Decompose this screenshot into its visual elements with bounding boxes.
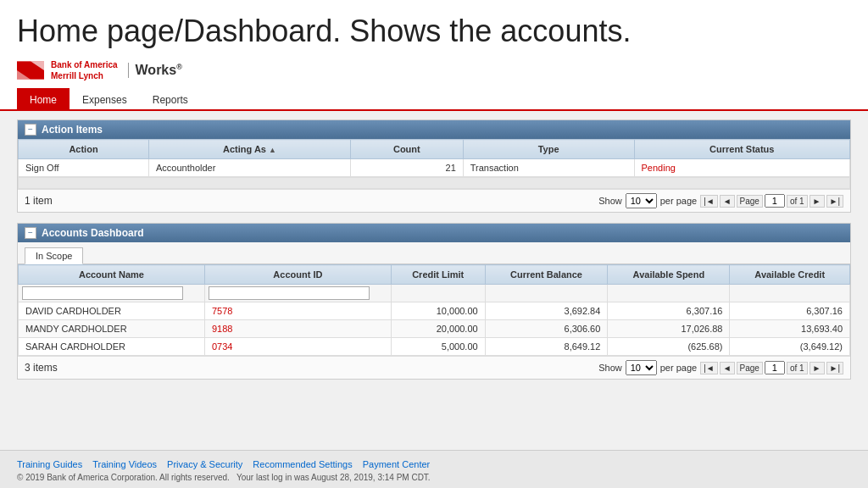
account-id-link-2[interactable]: 9188 bbox=[212, 324, 232, 334]
footer-link-payment[interactable]: Payment Center bbox=[363, 459, 430, 469]
pagination-buttons: |◄ ◄ Page of 1 ► ►| bbox=[700, 194, 843, 208]
cell-acting-as: Accountholder bbox=[149, 159, 351, 177]
filter-spend bbox=[608, 285, 730, 302]
col-current-balance: Current Balance bbox=[485, 265, 608, 285]
filter-id-input[interactable] bbox=[209, 286, 370, 300]
page-title: Home page/Dashboard. Shows the accounts. bbox=[0, 0, 868, 56]
accounts-dashboard-body: In Scope Account Name Account ID Credit … bbox=[18, 242, 850, 379]
accounts-collapse-btn[interactable]: − bbox=[25, 227, 36, 239]
cell-balance-2: 6,306.60 bbox=[485, 320, 608, 338]
cell-avail-credit-3: (3,649.12) bbox=[730, 338, 850, 356]
last-page-btn[interactable]: ►| bbox=[826, 195, 844, 208]
col-account-name: Account Name bbox=[19, 265, 205, 285]
next-page-btn[interactable]: ► bbox=[810, 195, 825, 208]
accounts-page-controls: Show 10 25 50 per page |◄ ◄ Page of 1 ► bbox=[598, 360, 843, 375]
cell-account-name-2: MANDY CARDHOLDER bbox=[19, 320, 205, 338]
action-items-panel: − Action Items Action Acting As ▲ Count … bbox=[17, 119, 851, 213]
col-account-id: Account ID bbox=[204, 265, 391, 285]
col-available-credit: Available Credit bbox=[730, 265, 850, 285]
cell-balance-3: 8,649.12 bbox=[485, 338, 608, 356]
cell-balance-1: 3,692.84 bbox=[485, 302, 608, 320]
cell-spend-3: (625.68) bbox=[608, 338, 730, 356]
accounts-pagination: 3 items Show 10 25 50 per page |◄ ◄ Page bbox=[18, 356, 850, 379]
cell-status: Pending bbox=[634, 159, 849, 177]
account-id-link-1[interactable]: 7578 bbox=[212, 306, 232, 316]
accounts-dashboard-title: Accounts Dashboard bbox=[42, 227, 144, 239]
cell-credit-limit-1: 10,000.00 bbox=[391, 302, 485, 320]
account-id-link-3[interactable]: 0734 bbox=[212, 341, 232, 352]
show-label-acct: Show bbox=[598, 363, 622, 373]
per-page-label: per page bbox=[660, 196, 697, 206]
cell-type: Transaction bbox=[463, 159, 634, 177]
bofa-text: Bank of America Merrill Lynch bbox=[51, 59, 118, 81]
action-items-header: − Action Items bbox=[18, 120, 850, 139]
filter-balance bbox=[485, 285, 608, 302]
page-input[interactable] bbox=[765, 194, 785, 208]
bofa-logo-icon bbox=[17, 61, 44, 80]
sort-arrow-icon: ▲ bbox=[269, 146, 276, 154]
col-available-spend: Available Spend bbox=[608, 265, 730, 285]
table-row: SARAH CARDHOLDER 0734 5,000.00 8,649.12 … bbox=[19, 338, 850, 356]
nav-bar: Home Expenses Reports bbox=[0, 88, 868, 111]
filter-avail-credit bbox=[730, 285, 850, 302]
pending-status-link[interactable]: Pending bbox=[642, 163, 676, 173]
cell-account-name-1: DAVID CARDHOLDER bbox=[19, 302, 205, 320]
action-items-title: Action Items bbox=[42, 124, 103, 136]
footer: Training Guides Training Videos Privacy … bbox=[0, 450, 868, 488]
accounts-dashboard-header: − Accounts Dashboard bbox=[18, 224, 850, 242]
footer-link-privacy[interactable]: Privacy & Security bbox=[167, 459, 242, 469]
prev-page-btn[interactable]: ◄ bbox=[720, 195, 735, 208]
per-page-select-acct[interactable]: 10 25 50 bbox=[626, 360, 657, 375]
footer-links: Training Guides Training Videos Privacy … bbox=[17, 459, 851, 469]
table-row: MANDY CARDHOLDER 9188 20,000.00 6,306.60… bbox=[19, 320, 850, 338]
cell-avail-credit-2: 13,693.40 bbox=[730, 320, 850, 338]
footer-copyright: © 2019 Bank of America Corporation. All … bbox=[17, 473, 851, 482]
nav-home[interactable]: Home bbox=[17, 88, 70, 111]
acct-first-page-btn[interactable]: |◄ bbox=[700, 362, 718, 374]
per-page-label-acct: per page bbox=[660, 363, 697, 373]
cell-account-id-3: 0734 bbox=[204, 338, 391, 356]
cell-account-id-2: 9188 bbox=[204, 320, 391, 338]
acct-page-input[interactable] bbox=[765, 361, 785, 374]
cell-count: 21 bbox=[350, 159, 463, 177]
main-content: − Action Items Action Acting As ▲ Count … bbox=[0, 111, 868, 450]
col-type: Type bbox=[463, 140, 634, 159]
cell-account-name-3: SARAH CARDHOLDER bbox=[19, 338, 205, 356]
first-page-btn[interactable]: |◄ bbox=[700, 195, 718, 208]
tab-in-scope[interactable]: In Scope bbox=[25, 247, 83, 264]
logo-bar: Bank of America Merrill Lynch Works® bbox=[0, 56, 868, 88]
cell-credit-limit-2: 20,000.00 bbox=[391, 320, 485, 338]
action-items-page-controls: Show 10 25 50 per page |◄ ◄ Page of 1 ► bbox=[598, 193, 843, 208]
accounts-tab-bar: In Scope bbox=[18, 242, 850, 264]
footer-link-training-videos[interactable]: Training Videos bbox=[92, 459, 157, 469]
filter-credit bbox=[391, 285, 485, 302]
action-items-collapse-btn[interactable]: − bbox=[25, 124, 36, 136]
nav-reports[interactable]: Reports bbox=[140, 88, 201, 111]
nav-expenses[interactable]: Expenses bbox=[70, 88, 140, 111]
filter-name bbox=[19, 285, 205, 302]
cell-action: Sign Off bbox=[19, 159, 149, 177]
accounts-dashboard-panel: − Accounts Dashboard In Scope Account Na… bbox=[17, 223, 851, 380]
of-label: of 1 bbox=[787, 195, 808, 208]
cell-avail-credit-1: 6,307.16 bbox=[730, 302, 850, 320]
action-items-body: Action Acting As ▲ Count Type Current St… bbox=[18, 139, 850, 212]
acct-page-label: Page bbox=[737, 362, 763, 374]
action-items-scrollbar[interactable] bbox=[18, 177, 850, 189]
cell-spend-2: 17,026.88 bbox=[608, 320, 730, 338]
acct-last-page-btn[interactable]: ►| bbox=[826, 362, 844, 374]
show-label: Show bbox=[598, 196, 622, 206]
footer-link-training-guides[interactable]: Training Guides bbox=[17, 459, 82, 469]
accounts-count: 3 items bbox=[25, 362, 58, 374]
cell-account-id-1: 7578 bbox=[204, 302, 391, 320]
action-items-table: Action Acting As ▲ Count Type Current St… bbox=[18, 139, 850, 177]
filter-id bbox=[204, 285, 391, 302]
action-items-pagination: 1 item Show 10 25 50 per page |◄ ◄ Page … bbox=[18, 189, 850, 212]
acct-next-page-btn[interactable]: ► bbox=[810, 362, 825, 374]
col-action: Action bbox=[19, 140, 149, 159]
filter-name-input[interactable] bbox=[22, 286, 183, 300]
acct-pagination-buttons: |◄ ◄ Page of 1 ► ►| bbox=[700, 361, 843, 374]
col-status: Current Status bbox=[634, 140, 849, 159]
per-page-select[interactable]: 10 25 50 bbox=[626, 193, 657, 208]
footer-link-recommended[interactable]: Recommended Settings bbox=[253, 459, 352, 469]
acct-prev-page-btn[interactable]: ◄ bbox=[720, 362, 735, 374]
